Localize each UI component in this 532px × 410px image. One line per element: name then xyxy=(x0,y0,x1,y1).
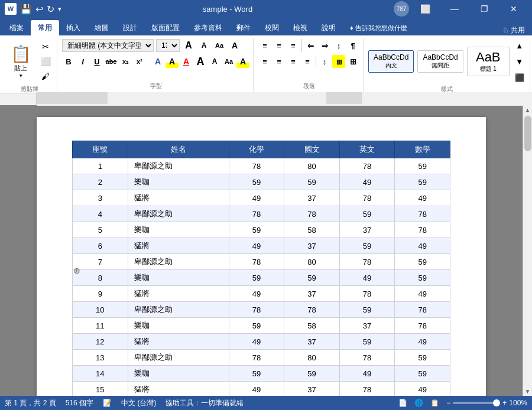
format-painter-button[interactable]: 🖌 xyxy=(38,70,53,83)
show-marks-button[interactable]: ¶ xyxy=(346,39,359,52)
close-button[interactable]: ✕ xyxy=(500,0,527,18)
spell-check-icon[interactable]: 📝 xyxy=(103,399,112,407)
grow-font-button[interactable]: A xyxy=(182,39,195,52)
cell-10-5: 78 xyxy=(395,318,450,334)
view-mode-web[interactable]: 🌐 xyxy=(414,399,423,407)
copy-button[interactable]: ⬜ xyxy=(38,55,53,68)
styles-nav: ▲ ▼ ⬛ xyxy=(513,39,526,84)
save-button[interactable]: 💾 xyxy=(20,4,32,15)
superscript-button[interactable]: x² xyxy=(133,55,146,68)
svg-rect-0 xyxy=(37,92,532,104)
cell-7-3: 59 xyxy=(284,270,340,286)
scroll-down-button[interactable]: ▼ xyxy=(523,386,533,396)
cell-4-5: 78 xyxy=(395,222,450,238)
tab-home[interactable]: 常用 xyxy=(31,20,59,35)
table-row: 15猛將49377849 xyxy=(73,382,450,396)
align-right-button[interactable]: ≡ xyxy=(287,55,300,68)
cell-5-1: 猛將 xyxy=(128,238,229,254)
paste-button[interactable]: 📋 貼上 ▾ xyxy=(6,39,35,84)
cell-5-2: 49 xyxy=(229,238,284,254)
paste-dropdown-icon[interactable]: ▾ xyxy=(20,73,22,79)
document-area: ⊕ 座號 姓名 化學 國文 英文 數學 1卑鄙源之助788078592樂咖595… xyxy=(0,105,532,396)
title-left-controls: W 💾 ↩ ↻ ▾ xyxy=(5,3,61,15)
zoom-out-button[interactable]: − xyxy=(446,399,450,407)
shading-button[interactable]: ▥ xyxy=(332,55,345,68)
numbering-button[interactable]: ≡ xyxy=(273,39,286,52)
bold-button[interactable]: B xyxy=(62,55,75,68)
paragraph-label: 段落 xyxy=(303,81,315,92)
redo-button[interactable]: ↻ xyxy=(47,4,54,15)
justify-button[interactable]: ≡ xyxy=(301,55,314,68)
font-size-small[interactable]: A xyxy=(208,55,221,68)
strikethrough-button[interactable]: abc xyxy=(105,55,118,68)
minimize-button[interactable]: — xyxy=(441,0,468,18)
increase-indent-button[interactable]: ⇒ xyxy=(318,39,331,52)
subscript-button[interactable]: x₂ xyxy=(119,55,132,68)
font-family-select[interactable]: 新細明體 (本文中文字型) xyxy=(62,39,154,52)
cut-button[interactable]: ✂ xyxy=(38,40,53,53)
style-no-spacing[interactable]: AaBbCcDd 無間距 xyxy=(417,50,463,73)
font-size-select[interactable]: 13.5 xyxy=(156,39,180,52)
clear-format-button[interactable]: A xyxy=(228,39,241,52)
change-case-2[interactable]: Aa xyxy=(222,55,235,68)
tab-design[interactable]: 設計 xyxy=(116,20,144,35)
tab-view[interactable]: 檢視 xyxy=(286,20,314,35)
user-avatar[interactable]: 787 xyxy=(394,1,409,17)
cell-2-5: 49 xyxy=(395,190,450,206)
cell-1-3: 59 xyxy=(284,174,340,190)
tab-layout[interactable]: 版面配置 xyxy=(144,20,187,35)
cell-12-1: 卑鄙源之助 xyxy=(128,350,229,366)
zoom-slider[interactable] xyxy=(453,402,500,404)
style-heading1[interactable]: AaB 標題 1 xyxy=(467,47,510,76)
cell-11-4: 59 xyxy=(339,334,395,350)
restore-button[interactable]: ❐ xyxy=(471,0,498,18)
tab-help[interactable]: 說明 xyxy=(314,20,343,35)
change-case-button[interactable]: Aa xyxy=(213,39,226,52)
cell-9-3: 78 xyxy=(284,302,340,318)
align-left-button[interactable]: ≡ xyxy=(258,55,271,68)
tab-search[interactable]: ♦ 告訴我您想做什麼 xyxy=(343,20,414,35)
style-normal[interactable]: AaBbCcDd 內文 xyxy=(368,50,414,73)
borders-button[interactable]: ⊞ xyxy=(346,55,359,68)
scroll-up-button[interactable]: ▲ xyxy=(523,105,533,115)
zoom-in-button[interactable]: + xyxy=(502,399,507,407)
style-no-spacing-preview: AaBbCcDd xyxy=(423,53,458,61)
ribbon-display-button[interactable]: ⬜ xyxy=(411,0,439,18)
view-mode-outline[interactable]: 📋 xyxy=(430,399,439,407)
line-spacing-button[interactable]: ↕ xyxy=(318,55,331,68)
cell-5-4: 59 xyxy=(339,238,395,254)
vertical-scrollbar[interactable]: ▲ ▼ xyxy=(523,105,532,396)
text-effect-button[interactable]: A xyxy=(151,55,164,68)
cell-13-1: 樂咖 xyxy=(128,366,229,382)
sort-button[interactable]: ↕ xyxy=(332,39,345,52)
tab-file[interactable]: 檔案 xyxy=(2,20,31,35)
tab-insert[interactable]: 插入 xyxy=(59,20,87,35)
document-page: ⊕ 座號 姓名 化學 國文 英文 數學 1卑鄙源之助788078592樂咖595… xyxy=(37,117,486,396)
cell-3-2: 78 xyxy=(229,206,284,222)
tab-references[interactable]: 參考資料 xyxy=(187,20,229,35)
font-size-large[interactable]: A xyxy=(194,55,207,68)
align-center-button[interactable]: ≡ xyxy=(273,55,286,68)
zoom-thumb[interactable] xyxy=(493,399,500,406)
styles-scroll-up[interactable]: ▲ xyxy=(513,39,526,52)
highlight-color-button[interactable]: A xyxy=(166,55,179,68)
tab-draw[interactable]: 繪圖 xyxy=(87,20,116,35)
table-move-handle[interactable]: ⊕ xyxy=(73,266,80,275)
text-highlight-2[interactable]: A xyxy=(236,55,249,68)
view-mode-print[interactable]: 📄 xyxy=(398,399,407,407)
decrease-indent-button[interactable]: ⇐ xyxy=(304,39,317,52)
italic-button[interactable]: I xyxy=(76,55,89,68)
bullets-button[interactable]: ≡ xyxy=(258,39,271,52)
tab-review[interactable]: 校閱 xyxy=(258,20,286,35)
styles-more[interactable]: ⬛ xyxy=(513,71,526,84)
undo-button[interactable]: ↩ xyxy=(35,4,43,15)
shrink-font-button[interactable]: A xyxy=(197,39,210,52)
scroll-thumb[interactable] xyxy=(524,116,531,151)
cell-2-0: 3 xyxy=(73,190,128,206)
share-button[interactable]: ♘ 共用 xyxy=(498,25,530,35)
tab-mailings[interactable]: 郵件 xyxy=(229,20,258,35)
font-color-button[interactable]: A xyxy=(180,55,193,68)
styles-scroll-down[interactable]: ▼ xyxy=(513,55,526,68)
underline-button[interactable]: U xyxy=(90,55,103,68)
multilevel-list-button[interactable]: ≡ xyxy=(287,39,300,52)
